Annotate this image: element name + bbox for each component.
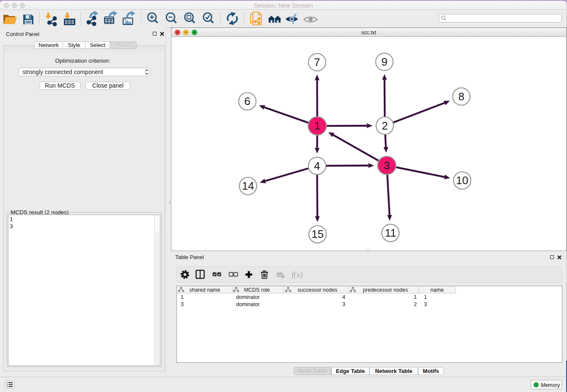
svg-text:1: 1 — [181, 294, 184, 300]
svg-text:f(x): f(x) — [292, 270, 303, 279]
svg-text:1: 1 — [414, 294, 417, 300]
svg-text:2: 2 — [382, 119, 388, 132]
svg-text:3: 3 — [384, 159, 390, 172]
svg-text:9: 9 — [381, 55, 387, 68]
svg-text:3: 3 — [424, 301, 427, 307]
svg-text:predecessor nodes: predecessor nodes — [363, 287, 408, 293]
svg-text:name: name — [430, 287, 443, 293]
svg-text:3: 3 — [342, 301, 345, 307]
svg-text:14: 14 — [242, 179, 254, 192]
svg-text:6: 6 — [244, 95, 250, 108]
svg-text:successor nodes: successor nodes — [297, 287, 337, 293]
svg-text:dominator: dominator — [236, 294, 260, 300]
svg-text:3: 3 — [181, 301, 184, 307]
svg-text:1: 1 — [424, 294, 427, 300]
svg-text:15: 15 — [311, 228, 324, 240]
svg-text:2: 2 — [414, 301, 417, 307]
svg-text:11: 11 — [385, 226, 396, 239]
svg-text:7: 7 — [314, 56, 320, 69]
svg-text:1: 1 — [314, 119, 320, 132]
svg-text:4: 4 — [342, 294, 345, 300]
svg-text:4: 4 — [314, 160, 320, 172]
svg-text:MCDS role: MCDS role — [244, 287, 270, 293]
svg-text:8: 8 — [458, 90, 464, 103]
svg-text:shared name: shared name — [190, 287, 220, 293]
svg-text:dominator: dominator — [236, 301, 260, 307]
svg-text:10: 10 — [456, 174, 468, 187]
